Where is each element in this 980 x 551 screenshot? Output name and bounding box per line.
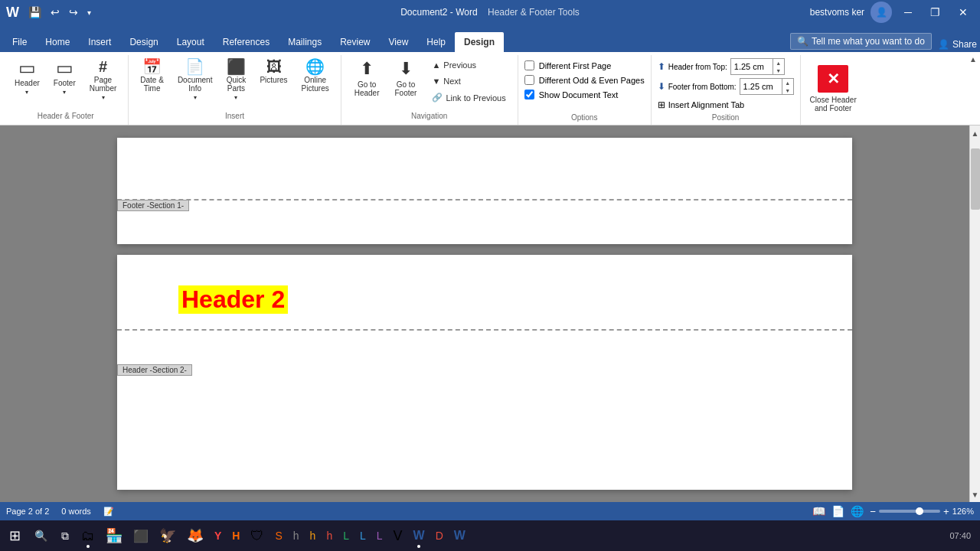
minimize-btn[interactable]: ─: [898, 5, 918, 20]
taskbar-app-h1[interactable]: H: [227, 522, 244, 549]
footer-content-area[interactable]: [178, 210, 791, 256]
online-pictures-icon: 🌐: [305, 59, 325, 74]
different-odd-even-option[interactable]: Different Odd & Even Pages: [524, 73, 645, 87]
go-to-footer-button[interactable]: ⬇ Go toFooter: [388, 55, 424, 101]
print-layout-btn[interactable]: 📄: [831, 505, 844, 517]
taskbar-app-l3[interactable]: L: [372, 522, 387, 549]
taskbar-app-w2[interactable]: W: [449, 522, 470, 549]
close-btn[interactable]: ✕: [952, 5, 974, 20]
tab-design-active[interactable]: Design: [455, 32, 504, 52]
zoom-control[interactable]: − + 126%: [870, 506, 974, 517]
zoom-slider[interactable]: [879, 510, 940, 513]
taskbar-app-d[interactable]: D: [431, 522, 448, 549]
web-layout-btn[interactable]: 🌐: [851, 505, 864, 517]
scroll-up-btn[interactable]: ▲: [970, 126, 980, 141]
quick-parts-button[interactable]: ⬛ Quick Parts ▾: [220, 55, 251, 105]
customize-quick-btn[interactable]: ▾: [84, 7, 94, 18]
taskbar-app-cmd[interactable]: ⬛: [129, 522, 153, 549]
tab-references[interactable]: References: [214, 32, 279, 52]
footer-from-bottom-arrows[interactable]: ▲ ▼: [782, 78, 794, 95]
go-to-header-button[interactable]: ⬆ Go toHeader: [348, 55, 387, 101]
scroll-thumb[interactable]: [971, 148, 980, 210]
pictures-button[interactable]: 🖼 Pictures: [254, 55, 292, 88]
close-header-footer-button[interactable]: ✕ Close Headerand Footer: [810, 65, 857, 112]
taskbar-app-l2[interactable]: L: [355, 522, 371, 549]
tab-home[interactable]: Home: [36, 32, 79, 52]
footer-arrow: ▾: [63, 89, 66, 96]
footer-from-bottom-down[interactable]: ▼: [782, 86, 793, 94]
tab-mailings[interactable]: Mailings: [279, 32, 331, 52]
taskbar-app-smartscreen[interactable]: 🛡: [246, 522, 269, 549]
save-quick-btn[interactable]: 💾: [25, 5, 44, 20]
taskbar-time: 07:40: [943, 531, 977, 540]
scroll-track[interactable]: [970, 141, 980, 487]
footer-button[interactable]: ▭ Footer ▾: [48, 55, 81, 99]
header-button[interactable]: ▭ Header ▾: [9, 55, 45, 99]
start-button[interactable]: ⊞: [3, 522, 27, 549]
taskbar-app-h4[interactable]: h: [322, 522, 337, 549]
next-button[interactable]: ▼ Next: [426, 74, 511, 88]
restore-btn[interactable]: ❐: [924, 5, 946, 20]
ribbon-collapse-button[interactable]: ▲: [969, 55, 977, 64]
show-document-text-checkbox[interactable]: [524, 90, 534, 99]
taskbar-app-h3[interactable]: h: [305, 522, 321, 549]
read-mode-btn[interactable]: 📖: [812, 505, 825, 517]
taskbar-app-explorer[interactable]: 🗂: [77, 522, 100, 549]
go-to-header-icon: ⬆: [360, 59, 374, 79]
footer-from-bottom-spinner[interactable]: ▲ ▼: [740, 78, 794, 95]
date-time-button[interactable]: 📅 Date & Time: [135, 55, 169, 96]
link-to-previous-button[interactable]: 🔗 Link to Previous: [426, 90, 511, 105]
tab-view[interactable]: View: [380, 32, 418, 52]
header-from-top-down[interactable]: ▼: [773, 67, 784, 74]
different-first-page-option[interactable]: Different First Page: [524, 58, 645, 73]
header-2-content-area[interactable]: [178, 337, 791, 367]
header-from-top-input[interactable]: [730, 58, 773, 75]
taskbar-app-y[interactable]: Y: [210, 522, 226, 549]
taskbar-app-thunderbird[interactable]: 🦅: [155, 522, 181, 549]
share-button[interactable]: 👤 Share: [938, 39, 977, 50]
scroll-down-btn[interactable]: ▼: [970, 487, 980, 502]
tab-help[interactable]: Help: [417, 32, 455, 52]
document-info-button[interactable]: 📄 Document Info ▾: [172, 55, 218, 105]
taskbar-app-vivaldi[interactable]: V: [389, 522, 407, 549]
taskbar-app-l1[interactable]: L: [338, 522, 354, 549]
redo-quick-btn[interactable]: ↪: [66, 5, 81, 20]
task-view-btn[interactable]: ⧉: [55, 522, 75, 549]
ribbon-group-close: ✕ Close Headerand Footer: [801, 55, 866, 125]
undo-quick-btn[interactable]: ↩: [47, 5, 63, 20]
tab-layout[interactable]: Layout: [168, 32, 214, 52]
taskbar-app-h2[interactable]: h: [289, 522, 304, 549]
ribbon-search[interactable]: 🔍 Tell me what you want to do: [790, 33, 932, 50]
different-first-page-checkbox[interactable]: [524, 60, 534, 70]
footer-from-bottom-up[interactable]: ▲: [782, 79, 793, 86]
tab-review[interactable]: Review: [331, 32, 379, 52]
title-bar-right: bestvoms ker 👤 ─ ❐ ✕: [810, 2, 974, 23]
footer-from-bottom-input[interactable]: [740, 78, 782, 95]
taskbar-app-s[interactable]: S: [270, 522, 286, 549]
different-odd-even-checkbox[interactable]: [524, 75, 534, 85]
tab-file[interactable]: File: [3, 32, 36, 52]
header-from-top-spinner[interactable]: ▲ ▼: [730, 58, 785, 75]
page-number-button[interactable]: # Page Number ▾: [84, 55, 122, 105]
tab-design-page[interactable]: Design: [120, 32, 167, 52]
taskbar-app-store[interactable]: 🏪: [101, 522, 127, 549]
zoom-out-btn[interactable]: −: [870, 506, 876, 517]
taskbar-app-firefox[interactable]: 🦊: [182, 522, 208, 549]
vertical-scrollbar[interactable]: ▲ ▼: [969, 126, 980, 502]
show-document-text-option[interactable]: Show Document Text: [524, 87, 645, 102]
header-from-top-up[interactable]: ▲: [773, 59, 784, 67]
footer-section-1[interactable]: Footer -Section 1-: [117, 199, 852, 262]
zoom-thumb[interactable]: [916, 507, 923, 515]
header-from-top-arrows[interactable]: ▲ ▼: [773, 58, 785, 75]
zoom-in-btn[interactable]: +: [943, 506, 949, 517]
online-pictures-button[interactable]: 🌐 Online Pictures: [296, 55, 335, 96]
tab-insert[interactable]: Insert: [79, 32, 120, 52]
search-taskbar-btn[interactable]: 🔍: [28, 522, 54, 549]
taskbar-app-word[interactable]: W: [409, 522, 430, 549]
document-scroll[interactable]: Footer -Section 1- Header 2 Header -Sect…: [0, 126, 969, 502]
page-number-arrow: ▾: [102, 94, 105, 101]
previous-button[interactable]: ▲ Previous: [426, 58, 511, 72]
insert-alignment-tab-button[interactable]: ⊞ Insert Alignment Tab: [658, 99, 794, 110]
ribbon-group-header-footer: ▭ Header ▾ ▭ Footer ▾ # Page Number ▾ He…: [3, 55, 129, 125]
header-section-2[interactable]: Header -Section 2-: [117, 329, 852, 375]
